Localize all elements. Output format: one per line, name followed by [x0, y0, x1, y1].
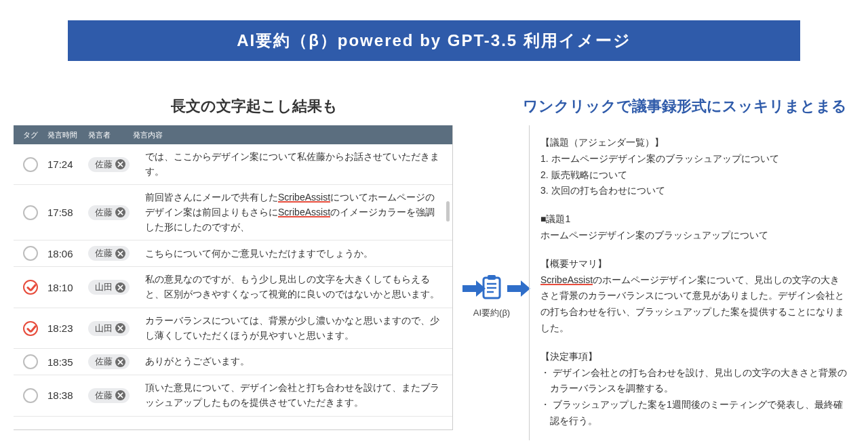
decision-head: 【決定事項】: [540, 349, 848, 365]
speaker-chip[interactable]: 佐藤: [88, 205, 130, 220]
cell-content: 頂いた意見について、デザイン会社と打ち合わせを設けて、またブラッシュアップしたも…: [133, 381, 444, 410]
cell-time: 18:06: [47, 248, 88, 259]
link-text: ScribeAssist: [278, 207, 330, 217]
th-time: 発言時間: [47, 130, 88, 140]
transcript-header: タグ 発言時間 発言者 発言内容: [14, 125, 452, 144]
speaker-chip[interactable]: 佐藤: [88, 354, 130, 369]
caption-left: 長文の文字起こし結果も: [102, 96, 407, 117]
tag-circle-icon[interactable]: [23, 354, 38, 369]
speaker-chip[interactable]: 佐藤: [88, 157, 130, 172]
title-bar: AI要約（β）powered by GPT-3.5 利用イメージ: [68, 20, 800, 61]
decision-item: ・ ブラッシュアップした案を1週間後のミーティングで発表し、最終確認を行う。: [540, 397, 848, 429]
speaker-name: 山田: [95, 322, 113, 335]
cell-time: 17:58: [47, 207, 88, 218]
cell-content: 私の意見なのですが、もう少し見出しの文字を大きくしてもらえると、区別がつきやすく…: [133, 272, 444, 301]
th-tag: タグ: [23, 130, 47, 140]
title-text: AI要約（β）powered by GPT-3.5 利用イメージ: [237, 30, 631, 51]
agenda-item: 2. 販売戦略について: [540, 167, 848, 184]
tag-circle-icon[interactable]: [23, 388, 38, 403]
close-icon[interactable]: [115, 390, 125, 400]
table-row: 18:35 佐藤 ありがとうございます。: [14, 349, 452, 375]
table-row: 18:10 山田 私の意見なのですが、もう少し見出しの文字を大きくしてもらえると…: [14, 267, 452, 308]
close-icon[interactable]: [115, 323, 125, 333]
cell-time: 18:35: [47, 356, 88, 368]
close-icon[interactable]: [115, 207, 125, 217]
speaker-chip[interactable]: 佐藤: [88, 388, 130, 403]
cell-time: 18:10: [47, 282, 88, 293]
cell-time: 17:24: [47, 159, 88, 170]
cell-content: 前回皆さんにメールで共有したScribeAssistについてホームページのデザイ…: [133, 190, 444, 234]
speaker-chip[interactable]: 山田: [88, 280, 130, 295]
ai-label: AI要約(β): [461, 307, 522, 319]
table-row: 17:58 佐藤 前回皆さんにメールで共有したScribeAssistについてホ…: [14, 185, 452, 240]
caption-right: ワンクリックで議事録形式にスッキリまとまる: [515, 96, 854, 117]
speaker-name: 佐藤: [95, 356, 113, 368]
link-text: ScribeAssist: [540, 274, 593, 285]
scrollbar-thumb[interactable]: [446, 201, 450, 222]
speaker-name: 佐藤: [95, 247, 113, 259]
cell-content: ありがとうございます。: [133, 354, 444, 369]
summary-panel: 【議題（アジェンダ一覧）】 1. ホームページデザイン案のブラッシュアップについ…: [529, 125, 848, 440]
cell-content: こちらについて何かご意見いただけますでしょうか。: [133, 247, 444, 261]
close-icon[interactable]: [115, 249, 125, 259]
table-row: 18:06 佐藤 こちらについて何かご意見いただけますでしょうか。: [14, 240, 452, 267]
speaker-name: 佐藤: [95, 159, 113, 171]
topic-sub: ホームページデザイン案のブラッシュアップについて: [540, 228, 848, 244]
link-text: ScribeAssist: [278, 192, 330, 203]
tag-circle-icon[interactable]: [23, 157, 38, 172]
speaker-chip[interactable]: 山田: [88, 321, 130, 336]
speaker-name: 佐藤: [95, 390, 113, 402]
close-icon[interactable]: [115, 159, 125, 169]
arrow-right-icon: [507, 285, 521, 292]
speaker-chip[interactable]: 佐藤: [88, 246, 130, 261]
table-row: 18:38 佐藤 頂いた意見について、デザイン会社と打ち合わせを設けて、またブラ…: [14, 375, 452, 416]
tag-check-icon[interactable]: [23, 321, 38, 336]
speaker-name: 佐藤: [95, 207, 113, 219]
transcript-panel: タグ 発言時間 発言者 発言内容 17:24 佐藤 では、ここからデザイン案につ…: [14, 125, 453, 430]
table-row: 17:24 佐藤 では、ここからデザイン案について私佐藤からお話させていただきま…: [14, 144, 452, 185]
close-icon[interactable]: [115, 282, 125, 293]
overview-body: ScribeAssistのホームページデザイン案について、見出しの文字の大きさと…: [540, 272, 848, 337]
overview-head: 【概要サマリ】: [540, 256, 848, 272]
cell-content: カラーバランスについては、背景が少し濃いかなと思いますので、少し薄くしていただく…: [133, 314, 444, 343]
tag-check-icon[interactable]: [23, 280, 38, 295]
topic-head: ■議題1: [540, 211, 848, 228]
cell-time: 18:23: [47, 322, 88, 334]
decision-item: ・ デザイン会社との打ち合わせを設け、見出しの文字の大きさと背景のカラーバランス…: [540, 365, 848, 398]
svg-rect-1: [488, 275, 496, 280]
close-icon[interactable]: [115, 357, 125, 367]
agenda-item: 3. 次回の打ち合わせについて: [540, 183, 848, 199]
table-row: 18:23 山田 カラーバランスについては、背景が少し濃いかなと思いますので、少…: [14, 308, 452, 349]
agenda-title: 【議題（アジェンダ一覧）】: [540, 135, 848, 151]
tag-circle-icon[interactable]: [23, 205, 38, 220]
th-content: 発言内容: [133, 130, 452, 140]
th-speaker: 発言者: [88, 130, 133, 140]
arrow-right-icon: [462, 285, 476, 292]
agenda-item: 1. ホームページデザイン案のブラッシュアップについて: [540, 151, 848, 167]
tag-circle-icon[interactable]: [23, 246, 38, 261]
cell-time: 18:38: [47, 390, 88, 401]
cell-content: では、ここからデザイン案について私佐藤からお話させていただきます。: [133, 150, 444, 179]
speaker-name: 山田: [95, 281, 113, 293]
ai-arrow-group: AI要約(β): [461, 274, 522, 319]
